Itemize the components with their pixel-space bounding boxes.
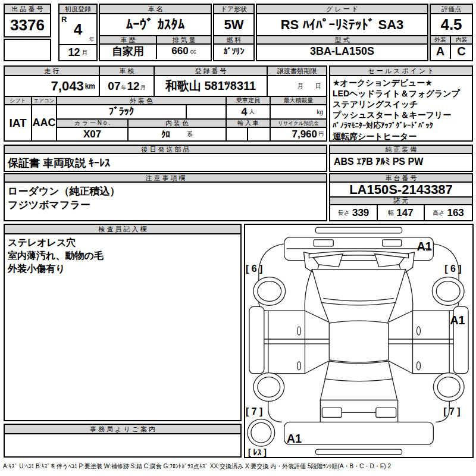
note-line: フジツボマフラー [8,198,323,212]
later-shipped-parts-label: 後 日 発 送 部 品 [5,146,326,154]
shift-value: IAT [5,105,31,140]
month-unit: 月 [82,49,88,57]
ext-color-extra-cell [187,105,226,118]
vehicle-detail-grid: 走 行 車 検 登 録 番 号 譲渡書類期限 7,043 km 07 年 12 … [4,65,327,142]
spare-tire-mark: [ ﾚｽ ] [248,447,267,457]
height-value: 163 [447,207,464,219]
reg-no-value: 和歌山 581ﾂ8311 [155,76,268,96]
history-value: 自家用 [100,45,156,58]
model-code-label: 型 式 [257,36,427,45]
inspector-notes-box: 検 査 員 記 入 欄 ステレオレス穴 室内薄汚れ、動物の毛 外装小傷有り [4,224,242,421]
rear-molding [315,449,402,455]
length-label: 長さ [338,209,350,217]
sales-points-box: セ ー ル ス ポ イ ン ト ★オークションデビュー★ LEDヘッドライト＆フ… [329,65,473,142]
rear-right-tire-depth: [ 7 ] [443,406,460,416]
capacity-label: 乗車定員 [227,97,270,105]
note-line: ローダウン（純正積込） [8,184,323,198]
aircon-value: AAC [32,105,56,140]
sales-points-label: セ ー ル ス ポ イ ン ト [330,67,472,76]
sales-point-line: ステアリングスイッチ [333,99,469,109]
color-no-label: カ ラ ー N o . [57,120,129,128]
era-value: R [61,15,67,24]
office-info-label: 事 務 局 よ り ご 案 内 [5,425,240,434]
displacement-value: 660 [171,45,188,57]
displacement-label: 排 気 量 [157,36,211,45]
right-side-damage-mark: A1 [450,314,465,327]
notes-label: 注 意 事 項 欄 [5,174,326,183]
car-top-view-diagram: A1 [ 6 ] [ 6 ] A1 [ 7 ] [ 7 ] A1 [ ﾚｽ ] [245,225,472,457]
recycle-value: 7,960 [292,129,317,140]
door-shape-value: 5W [214,14,253,36]
rear-bumper [284,422,434,444]
fuel-value: ｶﾞｿﾘﾝ [214,45,253,58]
oem-equipment-label: 純 正 装 備 [330,146,472,154]
door-shape-label: ドア形状 [214,5,253,14]
car-name-box: 車 名 ﾑｰｳﾞ ｶｽﾀﾑ 車 歴 自家用 排 気 量 660 cc [99,4,212,61]
grade-value: RS ﾊｲﾊﾟｰﾘﾐﾃｯﾄﾞ SA3 [257,14,427,36]
capacity-value: 4 [241,106,247,118]
interior-grade: C [451,45,472,58]
int-color-value: ｸﾛ [161,129,170,139]
interior-label: 内装 [451,36,472,45]
width-value: 147 [396,207,413,219]
front-bumper-damage-mark: A1 [416,240,431,253]
reg-no-label: 登 録 番 号 [155,67,268,76]
transfer-label: 譲渡書類期限 [268,67,326,76]
int-color-label: 内 装 色 [129,120,226,128]
car-name-value: ﾑｰｳﾞ ｶｽﾀﾑ [100,14,211,36]
transfer-month-unit: 月 [298,82,303,90]
grade-label: グ レ ー ド [257,5,427,14]
fuel-label: 燃 料 [214,36,253,45]
office-info-box: 事 務 局 よ り ご 案 内 [4,424,242,458]
front-molding [315,227,402,233]
height-label: 高さ [433,209,444,217]
width-label: 幅 [388,209,394,217]
oem-equipment-value: ABS ｴｱB ｱﾙﾐ PS PW [330,154,472,170]
rear-glass [320,361,397,400]
damage-code-legend: A:ｷｽﾞ U:ﾍｺﾐ B:ｷｽﾞを伴うﾍｺﾐ P:要塗装 W:補修跡 S:錆 … [3,462,474,471]
grade-box: グ レ ー ド RS ﾊｲﾊﾟｰﾘﾐﾃｯﾄﾞ SA3 型 式 3BA-LA150… [256,4,428,61]
front-left-tire-depth: [ 6 ] [246,264,262,274]
recycle-unit: 円 [318,130,324,138]
lot-number-value: 3376 [5,14,50,36]
inspector-note-line: ステレオレス穴 [8,236,237,249]
auction-sheet: 出 品 番 号 3376 初度登録 R 4 年 12 月 車 名 ﾑｰｳﾞ ｶｽ… [0,0,476,476]
sales-point-line: ★オークションデビュー★ [333,77,469,88]
score-value: 4.5 [431,14,472,36]
import-cell-left [227,128,248,140]
door-handle [416,327,420,335]
sales-point-line: LEDヘッドライト＆フォグランプ [333,88,469,99]
import-cell-right [248,128,270,140]
tail-lamp-left [322,408,342,417]
first-registration-label: 初度登録 [60,5,96,14]
lot-empty-box [4,39,51,61]
lot-number-label: 出 品 番 号 [5,5,50,14]
damage-diagram-box: A1 [ 6 ] [ 6 ] A1 [ 7 ] [ 7 ] A1 [ ﾚｽ ] [244,224,474,458]
mileage-label: 走 行 [5,67,100,76]
windshield [312,270,405,305]
max-load-label: 最大積載量 [271,97,326,105]
history-label: 車 歴 [100,36,156,45]
oem-equipment-box: 純 正 装 備 ABS ｴｱB ｱﾙﾐ PS PW [329,145,473,172]
ext-color-value: ﾌﾞﾗｯｸ [57,105,187,118]
roof [329,321,388,362]
chassis-box: 車 台 番 号 LA150S-2143387 諸 元 長さ 339 幅 147 … [329,173,473,221]
later-shipped-parts-box: 後 日 発 送 部 品 保証書 車両取説 ｷｰﾚｽ [4,145,327,172]
door-shape-box: ドア形状 5W 燃 料 ｶﾞｿﾘﾝ [213,4,255,61]
sales-point-line: プッシュスタート＆キーフリー [333,109,469,120]
first-registration-box: 初度登録 R 4 年 12 月 [58,4,98,61]
recycle-label: リサイクル預託金 [271,120,326,128]
import-label: 輸 入 車 [227,120,270,128]
door-handle [298,362,301,370]
door-handle [416,362,420,370]
sales-point-line: ﾊﾟﾉﾗﾏﾓﾆﾀｰ対応ｱｯﾌﾟｸﾞﾚｰﾄﾞﾊﾟｯｸ [333,120,469,131]
color-no-value: X07 [57,128,129,140]
rear-bumper-damage-mark: A1 [287,432,302,445]
shaken-label: 車 検 [100,67,155,76]
exterior-label: 外装 [431,36,450,45]
car-name-label: 車 名 [100,5,211,14]
mileage-unit: km [85,82,95,90]
reg-month-value: 12 [68,46,80,59]
max-load-unit: kg [317,109,323,115]
score-label: 評価点 [431,5,472,14]
